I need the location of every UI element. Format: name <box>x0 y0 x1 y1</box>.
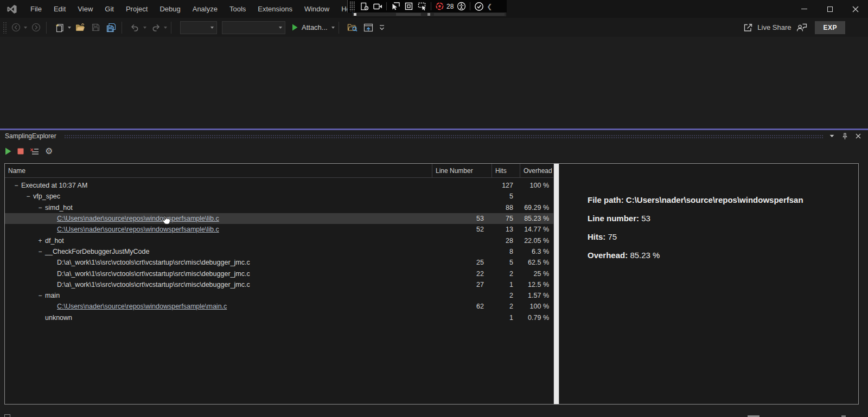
undo-button[interactable] <box>129 21 142 35</box>
collapse-toggle[interactable]: − <box>37 248 43 255</box>
live-share-icon[interactable] <box>743 23 754 33</box>
file-link[interactable]: C:\Users\nader\source\repos\windowsperfs… <box>57 226 219 233</box>
visual-studio-logo <box>6 4 18 14</box>
table-row[interactable]: C:\Users\nader\source\repos\windowsperfs… <box>5 224 553 235</box>
stop-sampling-button[interactable] <box>17 148 24 155</box>
menu-item-tools[interactable]: Tools <box>224 0 252 18</box>
maximize-icon <box>827 7 833 12</box>
recorder-record-icon[interactable] <box>434 2 445 11</box>
window-layout-button[interactable] <box>362 21 375 35</box>
recorder-check-icon[interactable] <box>473 2 484 11</box>
detail-overhead-label: Overhead: <box>588 251 628 260</box>
maximize-button[interactable] <box>817 0 843 18</box>
details-pane: File path: C:\Users\nader\source\repos\w… <box>559 164 858 404</box>
table-row[interactable]: −__CheckForDebuggerJustMyCode86.3 % <box>5 246 553 257</box>
collapse-toggle[interactable]: − <box>25 193 31 200</box>
redo-button[interactable] <box>149 21 162 35</box>
name-cell: D:\a\_work\1\s\src\vctools\crt\vcstartup… <box>5 281 432 288</box>
vertical-scrollbar[interactable] <box>554 164 559 404</box>
minimize-icon <box>801 9 807 9</box>
name-cell: −__CheckForDebuggerJustMyCode <box>5 248 432 255</box>
file-link[interactable]: C:\Users\nader\source\repos\windowsperfs… <box>57 303 227 310</box>
navigate-back-button[interactable] <box>10 21 22 35</box>
menu-item-edit[interactable]: Edit <box>48 0 72 18</box>
save-all-button[interactable] <box>105 21 118 35</box>
pin-button[interactable] <box>842 133 848 140</box>
recorder-grip-handle[interactable] <box>349 1 355 11</box>
name-cell: −vfp_spec <box>5 193 432 200</box>
table-row[interactable]: D:\a\_work\1\s\src\vctools\crt\vcstartup… <box>5 279 553 290</box>
window-position-button[interactable] <box>829 134 834 138</box>
name-cell: unknown <box>5 314 432 322</box>
exp-badge[interactable]: EXP <box>815 21 845 34</box>
start-sampling-button[interactable] <box>5 147 11 155</box>
line-number-cell: 52 <box>432 226 492 233</box>
column-header-overhead[interactable]: Overhead <box>520 164 553 177</box>
menu-item-file[interactable]: File <box>24 0 48 18</box>
navigate-back-dropdown-icon[interactable] <box>24 27 27 29</box>
close-button[interactable] <box>843 0 868 18</box>
clear-list-button[interactable] <box>30 147 39 156</box>
panel-close-button[interactable] <box>856 133 861 139</box>
table-row[interactable]: −vfp_spec5 <box>5 191 553 202</box>
table-row[interactable]: C:\Users\nader\source\repos\windowsperfs… <box>5 213 553 224</box>
menu-item-extensions[interactable]: Extensions <box>252 0 298 18</box>
attach-play-icon <box>292 24 298 31</box>
toolbar-grip-handle[interactable] <box>3 22 7 34</box>
feedback-icon[interactable] <box>796 23 807 33</box>
file-link[interactable]: C:\Users\nader\source\repos\windowsperfs… <box>57 215 219 222</box>
table-row[interactable]: −Executed at 10:37 AM127100 % <box>5 180 553 191</box>
panel-header[interactable]: SamplingExplorer <box>0 130 868 142</box>
column-header-line-number[interactable]: Line Number <box>432 164 492 177</box>
detail-line-number: Line number: 53 <box>588 214 858 223</box>
settings-gear-button[interactable]: ⚙ <box>45 147 53 156</box>
attach-dropdown-icon[interactable] <box>331 27 335 29</box>
recorder-window-select-icon[interactable] <box>417 2 428 11</box>
undo-dropdown-icon[interactable] <box>143 27 146 29</box>
attach-button[interactable]: Attach... <box>292 23 335 31</box>
table-row[interactable]: unknown10.79 % <box>5 312 553 323</box>
navigate-forward-button[interactable] <box>30 21 42 35</box>
line-number-cell: 27 <box>432 281 492 288</box>
save-button[interactable] <box>90 21 102 35</box>
open-folder-button[interactable] <box>74 21 87 35</box>
menu-item-git[interactable]: Git <box>99 0 120 18</box>
toolbar-overflow-button[interactable] <box>378 21 386 35</box>
hits-cell: 88 <box>492 204 520 211</box>
table-row[interactable]: −main21.57 % <box>5 290 553 301</box>
recorder-collapse-icon[interactable]: ❮ <box>487 3 492 10</box>
table-row[interactable]: D:\a\_work\1\s\src\vctools\crt\vcstartup… <box>5 268 553 279</box>
find-in-files-button[interactable] <box>346 21 359 35</box>
table-row[interactable]: −simd_hot8869.29 % <box>5 202 553 213</box>
collapse-toggle[interactable]: − <box>37 204 43 211</box>
table-row[interactable]: C:\Users\nader\source\repos\windowsperfs… <box>5 301 553 312</box>
menu-item-debug[interactable]: Debug <box>154 0 186 18</box>
recorder-camera-icon[interactable] <box>372 2 384 11</box>
recorder-settings-icon[interactable] <box>359 2 370 11</box>
collapse-toggle[interactable]: − <box>14 182 19 189</box>
menu-item-project[interactable]: Project <box>120 0 154 18</box>
menu-item-analyze[interactable]: Analyze <box>187 0 224 18</box>
redo-dropdown-icon[interactable] <box>164 27 167 29</box>
menu-item-view[interactable]: View <box>72 0 99 18</box>
table-row[interactable]: +df_hot2822.05 % <box>5 235 553 246</box>
expand-toggle[interactable]: + <box>37 237 43 245</box>
recorder-region-select-icon[interactable] <box>403 2 414 11</box>
column-header-hits[interactable]: Hits <box>492 164 520 177</box>
minimize-button[interactable] <box>792 0 817 18</box>
menu-item-window[interactable]: Window <box>298 0 335 18</box>
table-row[interactable]: D:\a\_work\1\s\src\vctools\crt\vcstartup… <box>5 257 553 268</box>
collapse-toggle[interactable]: − <box>37 292 43 299</box>
live-share-label[interactable]: Live Share <box>757 23 791 31</box>
column-header-name[interactable]: Name <box>5 164 432 177</box>
panel-toolbar: ⚙ <box>0 142 868 161</box>
overhead-cell: 14.77 % <box>520 226 553 233</box>
recorder-pointer-select-icon[interactable] <box>390 2 401 11</box>
platform-combobox[interactable] <box>222 21 285 34</box>
panel-drag-texture[interactable] <box>64 134 823 139</box>
combobox-dropdown-icon <box>210 27 214 29</box>
configuration-combobox[interactable] <box>180 21 217 34</box>
new-project-dropdown-icon[interactable] <box>68 27 71 29</box>
recorder-accessibility-icon[interactable] <box>456 2 467 11</box>
new-project-button[interactable] <box>53 21 66 35</box>
